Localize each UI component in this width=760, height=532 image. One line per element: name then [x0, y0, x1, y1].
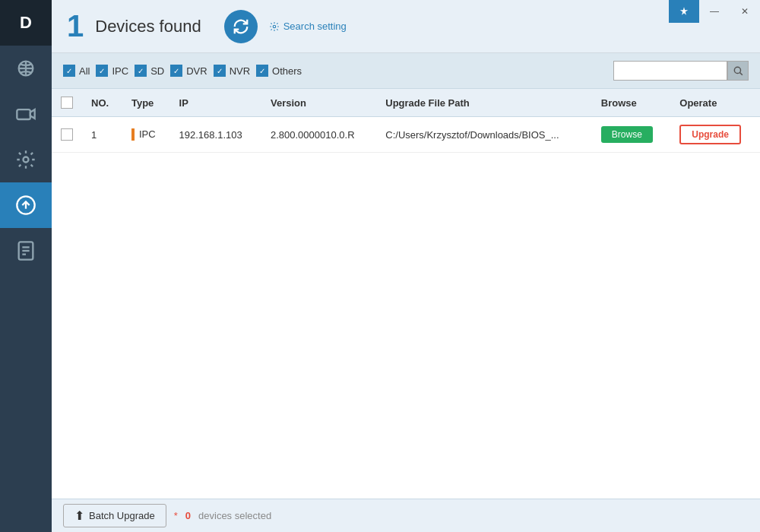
col-no: NO. — [82, 89, 122, 117]
col-version: Version — [261, 89, 376, 117]
device-table-area: NO. Type IP Version Upgrade File Path Br… — [52, 89, 760, 499]
filter-all-label: All — [79, 65, 90, 77]
filter-dvr-label: DVR — [186, 65, 207, 77]
svg-point-13 — [734, 67, 740, 73]
filter-dvr[interactable]: ✓ DVR — [170, 65, 207, 77]
svg-marker-4 — [30, 109, 35, 119]
filter-sd-checkbox[interactable]: ✓ — [135, 65, 147, 77]
browse-button[interactable]: Browse — [601, 126, 653, 143]
col-browse: Browse — [592, 89, 670, 117]
row-browse-cell: Browse — [592, 117, 670, 153]
sidebar-item-upgrade[interactable] — [0, 182, 52, 228]
minimize-button[interactable]: — — [699, 0, 730, 23]
row-checkbox[interactable] — [61, 128, 73, 141]
row-select-cell — [52, 117, 82, 153]
filter-others-label: Others — [272, 65, 302, 77]
asterisk-icon: * — [174, 510, 178, 521]
row-no: 1 — [82, 117, 122, 153]
search-input[interactable] — [613, 61, 727, 81]
table-header-row: NO. Type IP Version Upgrade File Path Br… — [52, 89, 760, 117]
filter-others[interactable]: ✓ Others — [256, 65, 302, 77]
col-ip: IP — [170, 89, 261, 117]
row-type: IPC — [122, 117, 170, 153]
app-logo: D — [0, 0, 52, 46]
svg-point-12 — [273, 25, 276, 28]
sidebar-item-docs[interactable] — [0, 228, 52, 274]
close-button[interactable]: ✕ — [730, 0, 760, 23]
search-box — [613, 61, 749, 81]
filter-all-checkbox[interactable]: ✓ — [63, 65, 75, 77]
batch-upgrade-icon: ⬆ — [74, 508, 84, 523]
sidebar-item-ip[interactable] — [0, 46, 52, 91]
svg-point-5 — [24, 157, 29, 163]
filter-others-checkbox[interactable]: ✓ — [256, 65, 268, 77]
selected-label: devices selected — [198, 510, 271, 521]
table-row: 1 IPC 192.168.1.103 2.800.0000010.0.R C:… — [52, 117, 760, 153]
search-setting-label: Search setting — [283, 21, 347, 32]
col-type: Type — [122, 89, 170, 117]
row-operate-cell: Upgrade — [670, 117, 760, 153]
search-button[interactable] — [727, 61, 749, 81]
selected-count: 0 — [185, 510, 191, 521]
filter-nvr-label: NVR — [230, 65, 250, 77]
filter-sd[interactable]: ✓ SD — [135, 65, 164, 77]
select-all-checkbox[interactable] — [61, 97, 73, 109]
row-version: 2.800.0000010.0.R — [261, 117, 376, 153]
type-indicator — [131, 128, 135, 141]
filter-ipc[interactable]: ✓ IPC — [96, 65, 128, 77]
filter-all[interactable]: ✓ All — [63, 65, 90, 77]
filter-nvr[interactable]: ✓ NVR — [214, 65, 250, 77]
sidebar-item-camera[interactable] — [0, 91, 52, 137]
search-setting-button[interactable]: Search setting — [269, 21, 347, 32]
col-upgrade-file-path: Upgrade File Path — [376, 89, 592, 117]
row-ip: 192.168.1.103 — [170, 117, 261, 153]
svg-rect-3 — [17, 109, 30, 119]
svg-line-14 — [740, 73, 743, 75]
sidebar-item-tools[interactable] — [0, 137, 52, 182]
window-controls: — ✕ — [669, 0, 760, 23]
batch-upgrade-button[interactable]: ⬆ Batch Upgrade — [63, 504, 166, 527]
refresh-button[interactable] — [224, 10, 258, 43]
batch-upgrade-label: Batch Upgrade — [89, 510, 155, 521]
filterbar: ✓ All ✓ IPC ✓ SD ✓ DVR ✓ NVR ✓ Others — [52, 53, 760, 89]
upgrade-button[interactable]: Upgrade — [679, 125, 741, 144]
pin-button[interactable] — [669, 0, 699, 23]
filter-nvr-checkbox[interactable]: ✓ — [214, 65, 226, 77]
page-title: Devices found — [95, 17, 201, 36]
filter-sd-label: SD — [150, 65, 164, 77]
select-all-header — [52, 89, 82, 117]
filter-ipc-checkbox[interactable]: ✓ — [96, 65, 108, 77]
device-count: 1 — [67, 9, 84, 43]
sidebar: D — [0, 0, 52, 532]
bottombar: ⬆ Batch Upgrade * 0 devices selected — [52, 499, 760, 532]
main-content: 1 Devices found Search setting — — [52, 0, 760, 532]
filter-ipc-label: IPC — [112, 65, 128, 77]
row-upgrade-file-path: C:/Users/Krzysztof/Downloads/BIOS_... — [376, 117, 592, 153]
device-table: NO. Type IP Version Upgrade File Path Br… — [52, 89, 760, 153]
col-operate: Operate — [670, 89, 760, 117]
titlebar: 1 Devices found Search setting — — [52, 0, 760, 53]
filter-dvr-checkbox[interactable]: ✓ — [170, 65, 182, 77]
